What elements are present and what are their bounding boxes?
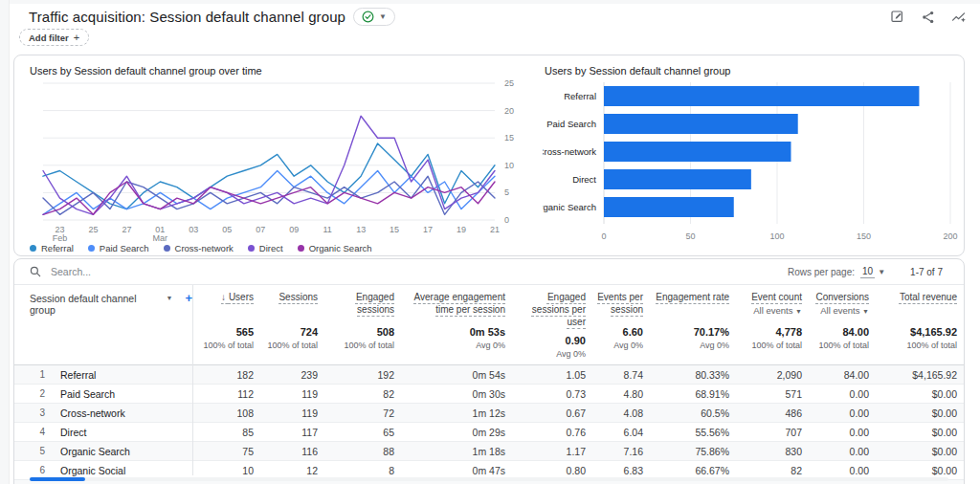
legend-item-organic-search[interactable]: Organic Search [298,243,372,253]
metric-value: 486 [737,407,810,419]
search-icon [30,266,41,277]
metric-value: 10 [192,465,261,476]
metric-value: $0.00 [877,446,965,457]
table-row: 3Cross-network108119721m 12s0.674.0860.5… [14,404,964,423]
metric-value: 0m 30s [402,388,513,400]
svg-text:05: 05 [222,225,232,234]
column-header-users[interactable]: ↓ Users565100% of total [192,285,261,364]
metric-value: 88 [325,446,402,457]
add-dimension-button[interactable]: + [185,293,192,304]
row-dimension-cell: 6Organic Social [14,465,192,476]
column-total-subtext: 100% of total [203,341,254,350]
line-chart-legend: ReferralPaid SearchCross-networkDirectOr… [30,243,372,253]
svg-text:200: 200 [943,231,957,241]
svg-text:50: 50 [685,231,695,241]
column-header-total-revenue[interactable]: Total revenue$4,165.92100% of total [877,285,965,364]
line-chart[interactable]: 051015202523Feb252701Mar0305070911131517… [24,80,531,245]
column-filter[interactable]: All events ▼ [820,305,869,316]
column-header-engagement-rate[interactable]: Engagement rate70.17%Avg 0% [651,285,737,364]
svg-text:27: 27 [122,225,131,234]
metric-value: 6.04 [593,427,651,438]
column-header-label[interactable]: Engaged sessions per user [515,291,586,328]
svg-text:0: 0 [601,231,606,241]
search-input[interactable] [49,265,263,278]
svg-text:07: 07 [256,225,265,234]
column-header-label[interactable]: Events per session [595,291,643,316]
column-header-labelbox: Engaged sessions per user [515,291,586,328]
metric-value: 0.76 [513,427,593,438]
legend-item-cross-network[interactable]: Cross-network [164,243,234,253]
column-total: 724 [301,326,318,338]
column-header-labelbox: Events per session [595,291,643,319]
column-header-label[interactable]: Engaged sessions [327,291,394,316]
legend-dot [298,245,304,252]
svg-text:25: 25 [88,225,98,234]
rows-per-page-select[interactable]: 10 [860,266,875,278]
table-row: 1Referral1822391920m 54s1.058.7480.33%2,… [14,365,964,385]
column-header-label[interactable]: Sessions [278,291,318,303]
column-header-label[interactable]: Engagement rate [656,291,729,303]
metric-value: 8.74 [593,369,651,381]
column-total: 70.17% [694,326,729,338]
column-total: 0.90 [566,335,586,346]
share-icon[interactable] [921,10,936,25]
dimension-column-header[interactable]: Session default channel group ▼ + [14,285,192,364]
channel-name: Organic Social [60,465,125,476]
row-index: 2 [30,388,45,399]
column-header-label[interactable]: Event count [751,291,802,303]
metric-value: 60.5% [651,407,737,419]
scrollbar-thumb[interactable] [30,477,85,481]
report-header: Traffic acquisition: Session default cha… [29,8,395,26]
insights-icon[interactable] [951,10,967,25]
data-quality-badge[interactable]: ▼ [353,8,395,26]
pagination-status: 1-7 of 7 [910,267,943,277]
row-dimension-cell: 3Cross-network [14,407,192,419]
column-header-events-per-session[interactable]: Events per session6.60Avg 0% [593,285,651,364]
column-total-subtext: 100% of total [906,341,957,350]
svg-text:Mar: Mar [153,233,168,243]
column-header-sessions[interactable]: Sessions724100% of total [261,285,325,364]
legend-item-direct[interactable]: Direct [248,243,283,253]
column-header-engaged-sessions-per-user[interactable]: Engaged sessions per user0.90Avg 0% [513,285,593,364]
metric-value: 82 [737,465,810,476]
page-top-edge [0,0,980,4]
column-header-labelbox: Event countAll events ▼ [751,291,802,319]
column-total-subtext: Avg 0% [476,341,505,350]
metric-value: 0m 47s [402,465,513,476]
metric-value: 68.91% [651,388,737,400]
metric-value: $0.00 [877,427,965,438]
channel-name: Cross-network [60,407,125,419]
column-header-engaged-sessions[interactable]: Engaged sessions508100% of total [325,285,402,364]
add-filter-button[interactable]: Add filter + [19,29,89,46]
metric-value: 85 [192,427,261,438]
column-divider [192,285,193,475]
column-header-labelbox: Engagement rate [656,291,729,319]
svg-text:20: 20 [504,106,514,116]
bar-chart[interactable]: 050100150200ReferralPaid SearchCross-net… [543,78,960,249]
edit-report-icon[interactable] [890,10,905,25]
legend-item-referral[interactable]: Referral [30,243,74,253]
column-total: 4,778 [775,326,802,338]
horizontal-scrollbar[interactable] [30,477,948,481]
column-header-label[interactable]: Average engagement time per session [404,291,505,316]
svg-text:21: 21 [490,225,500,234]
row-index: 4 [30,427,45,437]
legend-label: Cross-network [175,243,234,253]
legend-item-paid-search[interactable]: Paid Search [88,243,149,253]
column-header-average-engagement-time-per-session[interactable]: Average engagement time per session0m 53… [402,285,513,364]
chevron-down-icon: ▼ [862,308,869,315]
column-header-label[interactable]: Total revenue [900,291,957,303]
column-header-conversions[interactable]: ConversionsAll events ▼84.00100% of tota… [810,285,877,364]
column-header-labelbox: Average engagement time per session [404,291,505,319]
column-filter[interactable]: All events ▼ [753,305,802,316]
metric-value: 0.73 [513,388,593,400]
charts-panel: Users by Session default channel group o… [13,55,965,256]
metric-value: 112 [192,388,261,400]
chevron-down-icon[interactable]: ▼ [878,268,885,276]
column-header-event-count[interactable]: Event countAll events ▼4,778100% of tota… [737,285,810,364]
table-header-row: Session default channel group ▼ + ↓ User… [14,285,964,365]
svg-text:10: 10 [504,161,514,170]
column-header-label[interactable]: ↓ Users [221,291,254,303]
table-row: 5Organic Search75116881m 18s1.177.1675.8… [14,442,964,461]
column-header-label[interactable]: Conversions [815,291,869,303]
